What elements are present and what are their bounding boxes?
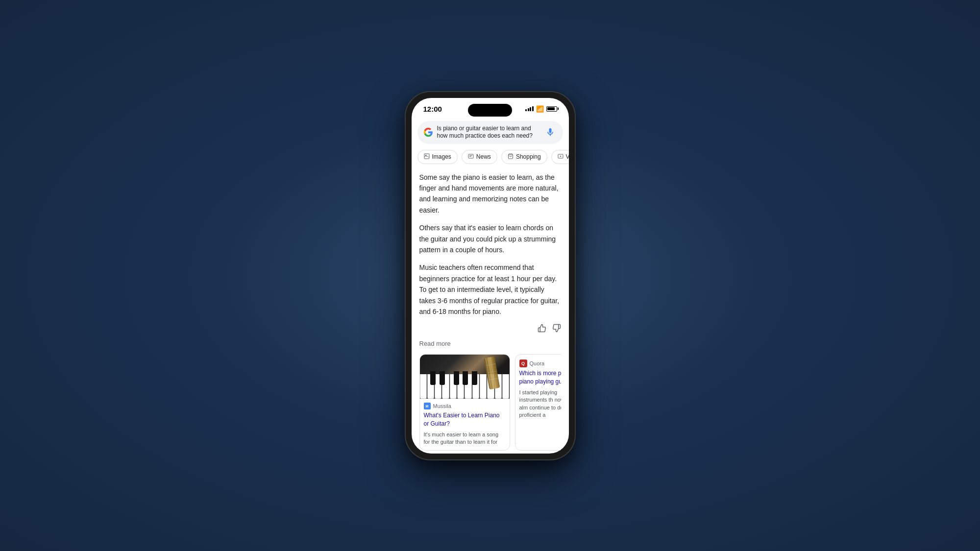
- mussila-card-snippet: It's much easier to learn a song for the…: [420, 430, 510, 450]
- mic-svg: [545, 127, 555, 137]
- answer-paragraph-1: Some say the piano is easier to learn, a…: [419, 172, 561, 216]
- result-card-mussila[interactable]: M Mussila What's Easier to Learn Piano o…: [419, 354, 510, 450]
- status-bar: 12:00 📶: [412, 98, 569, 117]
- status-time: 12:00: [423, 105, 442, 113]
- read-more-link[interactable]: Read more: [419, 340, 561, 347]
- shopping-tab-icon: [508, 153, 514, 161]
- dynamic-island: [468, 104, 512, 117]
- filter-tabs-bar: Images News Shopping: [412, 148, 569, 168]
- card-image-mussila: [420, 355, 510, 399]
- thumbs-up-button[interactable]: [538, 324, 546, 335]
- mussila-card-title[interactable]: What's Easier to Learn Piano or Guitar?: [420, 410, 510, 430]
- answer-paragraph-3: Music teachers often recommend that begi…: [419, 262, 561, 317]
- shopping-tab-label: Shopping: [516, 153, 541, 160]
- answer-actions: [419, 324, 561, 335]
- svg-marker-5: [560, 155, 562, 157]
- mussila-favicon-letter: M: [426, 405, 429, 408]
- quora-source-name: Quora: [530, 360, 545, 366]
- images-tab-icon: [424, 153, 430, 160]
- thumbs-down-button[interactable]: [552, 324, 561, 335]
- news-tab-icon: [468, 153, 474, 161]
- mussila-favicon: M: [424, 403, 431, 409]
- mic-icon[interactable]: [543, 125, 557, 139]
- signal-bar-4: [532, 106, 534, 111]
- battery-icon: [546, 106, 557, 112]
- quora-favicon-letter: Q: [521, 361, 525, 366]
- tab-videos[interactable]: Vide...: [551, 150, 569, 164]
- wifi-icon: 📶: [536, 105, 544, 113]
- tab-shopping[interactable]: Shopping: [501, 150, 547, 164]
- videos-tab-label: Vide...: [566, 153, 569, 160]
- images-tab-label: Images: [432, 153, 451, 160]
- google-logo-icon: [423, 127, 433, 137]
- search-bar-container: Is piano or guitar easier to learn and h…: [412, 117, 569, 148]
- battery-fill: [547, 107, 555, 110]
- search-bar[interactable]: Is piano or guitar easier to learn and h…: [417, 121, 563, 144]
- signal-bar-3: [530, 107, 531, 111]
- news-tab-label: News: [476, 153, 491, 160]
- quora-favicon: Q: [519, 359, 527, 367]
- status-icons: 📶: [525, 105, 557, 113]
- quora-card-snippet: I started playing instruments th now, af…: [515, 388, 561, 423]
- signal-bar-1: [525, 109, 527, 111]
- content-area: Is piano or guitar easier to learn and h…: [412, 117, 569, 454]
- result-cards-row: M Mussila What's Easier to Learn Piano o…: [419, 354, 561, 450]
- phone-mockup: 12:00 📶: [406, 92, 575, 459]
- videos-tab-icon: [558, 153, 564, 161]
- mussila-source-name: Mussila: [433, 403, 451, 409]
- result-card-quora[interactable]: Q Quora Which is more playing piano play…: [515, 354, 561, 450]
- card-source-mussila: M Mussila: [420, 399, 510, 410]
- quora-card-title[interactable]: Which is more playing piano playing guit…: [515, 368, 561, 388]
- search-query-text: Is piano or guitar easier to learn and h…: [437, 125, 539, 140]
- answer-paragraph-2: Others say that it's easier to learn cho…: [419, 222, 561, 255]
- tab-images[interactable]: Images: [417, 150, 458, 164]
- tab-news[interactable]: News: [462, 150, 497, 164]
- answer-content: Some say the piano is easier to learn, a…: [412, 168, 569, 454]
- card-source-quora: Q Quora: [515, 355, 561, 368]
- signal-bars-icon: [525, 106, 534, 111]
- signal-bar-2: [528, 108, 529, 111]
- phone-screen: 12:00 📶: [412, 98, 569, 454]
